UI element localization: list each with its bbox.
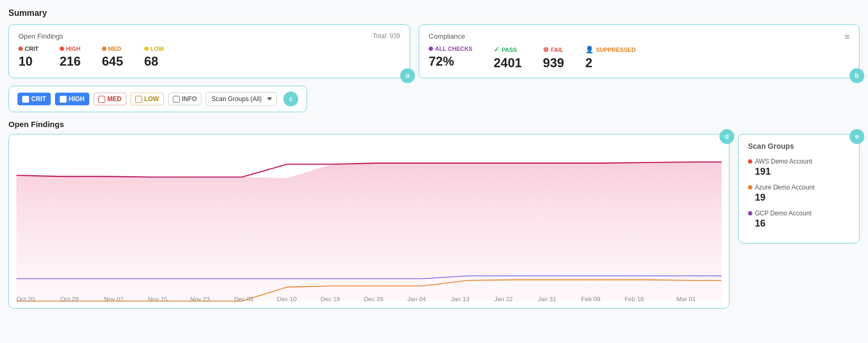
gcp-value: 16: [755, 218, 849, 229]
med-value: 645: [102, 54, 123, 69]
svg-text:Dec 01: Dec 01: [234, 295, 254, 302]
scan-group-azure-label: Azure Demo Account: [748, 184, 849, 191]
open-findings-title: Open Findings: [19, 32, 400, 40]
svg-text:Dec 10: Dec 10: [277, 295, 297, 302]
aws-dot: [748, 159, 752, 164]
pass-value: 2401: [494, 56, 522, 70]
fail-icon: ⊗: [543, 46, 549, 53]
filter-info-button[interactable]: INFO: [168, 93, 202, 105]
open-findings-chart-svg: Oct 20 Oct 29 Nov 07 Nov 15 Nov 23 Dec 0…: [16, 142, 722, 304]
chart-section-title: Open Findings: [8, 120, 730, 129]
metric-all-checks[interactable]: ALL CHECKS 72%: [429, 46, 473, 69]
high-dot: [60, 47, 64, 51]
metric-suppressed-label: 👤 SUPPRESSED: [585, 46, 635, 53]
metric-high-label: HIGH: [60, 46, 81, 52]
compliance-card: Compliance ≡ ALL CHECKS 72% ✓ PASS 2401: [419, 24, 860, 78]
bottom-row: Open Findings d Oc: [8, 120, 860, 309]
compliance-menu-icon[interactable]: ≡: [845, 32, 849, 42]
metric-low-label: LOW: [144, 46, 164, 52]
filter-card: ✓ CRIT ✓ HIGH MED LOW INFO Scan Groups (…: [8, 86, 307, 112]
aws-value: 191: [755, 166, 849, 177]
scan-groups-badge: e: [849, 129, 864, 144]
low-value: 68: [144, 54, 164, 69]
scan-groups-dropdown[interactable]: Scan Groups (All): [206, 92, 277, 106]
scan-group-aws-label: AWS Demo Account: [748, 158, 849, 165]
metric-pass-label: ✓ PASS: [494, 46, 522, 53]
filter-badge: c: [283, 92, 298, 106]
metric-all-checks-label: ALL CHECKS: [429, 46, 473, 52]
suppressed-value: 2: [585, 56, 635, 70]
suppressed-icon: 👤: [585, 46, 594, 53]
crit-value: 10: [19, 54, 39, 69]
svg-text:Jan 13: Jan 13: [451, 295, 469, 302]
filter-row: ✓ CRIT ✓ HIGH MED LOW INFO Scan Groups (…: [8, 86, 860, 112]
svg-text:Mar 01: Mar 01: [677, 295, 696, 302]
pass-icon: ✓: [494, 46, 500, 53]
scan-groups-panel: Scan Groups e Scan Groups AWS Demo Accou…: [738, 120, 860, 309]
metric-crit-label: CRIT: [19, 46, 39, 52]
filter-low-button[interactable]: LOW: [131, 93, 164, 105]
svg-text:Jan 22: Jan 22: [494, 295, 513, 302]
crit-dot: [19, 47, 23, 51]
low-dot: [144, 47, 149, 51]
metric-pass[interactable]: ✓ PASS 2401: [494, 46, 522, 70]
high-value: 216: [60, 54, 81, 69]
gcp-dot: [748, 211, 752, 215]
info-checkbox: [173, 96, 180, 103]
open-findings-card: Open Findings Total: 939 CRIT 10 HIGH 21…: [8, 24, 410, 78]
high-checkbox: ✓: [60, 96, 67, 103]
scan-groups-card: e Scan Groups AWS Demo Account 191 Azure…: [738, 134, 860, 243]
med-checkbox: [98, 96, 105, 103]
svg-text:Jan 04: Jan 04: [408, 295, 427, 302]
metric-fail-label: ⊗ FAIL: [543, 46, 564, 53]
scan-group-aws[interactable]: AWS Demo Account 191: [748, 158, 849, 177]
crit-checkbox: ✓: [22, 96, 29, 103]
metric-crit: CRIT 10: [19, 46, 39, 69]
svg-text:Nov 07: Nov 07: [104, 295, 123, 302]
fail-value: 939: [543, 56, 564, 70]
scan-group-gcp[interactable]: GCP Demo Account 16: [748, 210, 849, 229]
metric-low: LOW 68: [144, 46, 164, 69]
chart-section: Open Findings d Oc: [8, 120, 730, 309]
svg-text:Nov 23: Nov 23: [190, 295, 210, 302]
chart-badge: d: [719, 129, 734, 144]
svg-text:Nov 15: Nov 15: [148, 295, 168, 302]
open-findings-metrics: CRIT 10 HIGH 216 MED 645: [19, 46, 400, 69]
scan-group-gcp-label: GCP Demo Account: [748, 210, 849, 217]
metric-med-label: MED: [102, 46, 123, 52]
page-title: Summary: [8, 8, 860, 18]
svg-text:Dec 18: Dec 18: [320, 295, 340, 302]
top-row: Open Findings Total: 939 CRIT 10 HIGH 21…: [8, 24, 860, 78]
svg-text:Oct 20: Oct 20: [16, 295, 35, 302]
open-findings-total: Total: 939: [373, 32, 400, 40]
low-checkbox: [135, 96, 142, 103]
svg-text:Feb 18: Feb 18: [624, 295, 644, 302]
all-checks-dot: [429, 47, 433, 51]
metric-high: HIGH 216: [60, 46, 81, 69]
metric-fail[interactable]: ⊗ FAIL 939: [543, 46, 564, 70]
svg-text:Feb 09: Feb 09: [581, 295, 601, 302]
chart-card: d Oct 20 Oct 29: [8, 134, 730, 309]
compliance-metrics: ALL CHECKS 72% ✓ PASS 2401 ⊗ FAIL 939: [429, 46, 849, 70]
metric-suppressed[interactable]: 👤 SUPPRESSED 2: [585, 46, 635, 70]
azure-value: 19: [755, 192, 849, 203]
filter-med-button[interactable]: MED: [94, 93, 126, 105]
scan-groups-title: Scan Groups: [748, 142, 849, 150]
metric-med: MED 645: [102, 46, 123, 69]
all-checks-value: 72%: [429, 54, 473, 69]
svg-text:Dec 26: Dec 26: [364, 295, 383, 302]
azure-dot: [748, 185, 752, 189]
svg-text:Oct 29: Oct 29: [60, 295, 79, 302]
filter-high-button[interactable]: ✓ HIGH: [55, 93, 89, 105]
compliance-badge: b: [849, 68, 864, 83]
open-findings-badge: a: [400, 68, 415, 83]
scan-group-azure[interactable]: Azure Demo Account 19: [748, 184, 849, 203]
med-dot: [102, 47, 106, 51]
svg-text:Jan 31: Jan 31: [538, 295, 556, 302]
filter-crit-button[interactable]: ✓ CRIT: [17, 93, 51, 105]
compliance-title: Compliance: [429, 32, 849, 40]
